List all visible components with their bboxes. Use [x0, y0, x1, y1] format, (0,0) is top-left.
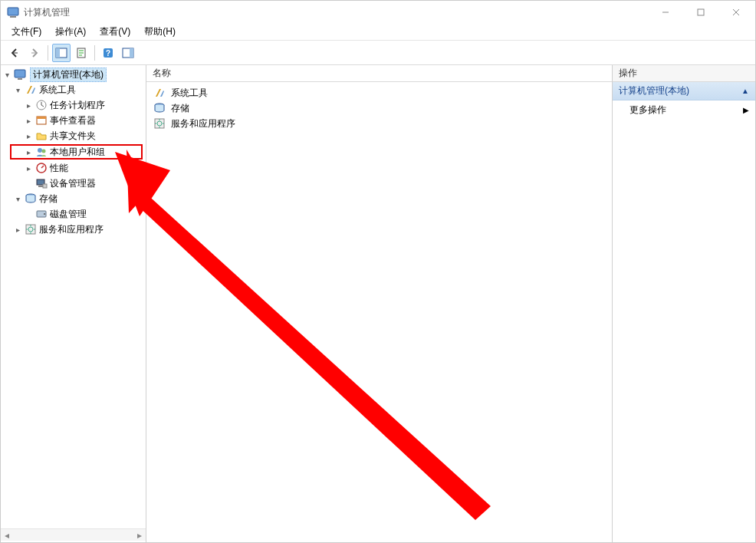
tree-horizontal-scrollbar[interactable]: ◂ ▸ — [1, 528, 146, 541]
show-hide-tree-button[interactable] — [52, 44, 71, 62]
clock-icon — [35, 99, 48, 111]
tree-root-computer-management[interactable]: ▾ 计算机管理(本地) — [1, 67, 146, 82]
computer-management-icon — [14, 68, 26, 81]
tree-node-label: 任务计划程序 — [50, 99, 105, 112]
scroll-right-arrow-icon[interactable]: ▸ — [133, 529, 146, 541]
chevron-right-icon: ▶ — [743, 106, 749, 114]
scroll-track[interactable] — [13, 529, 133, 541]
svg-point-21 — [42, 150, 46, 153]
list-pane: 名称 系统工具 存储 服务和应用程序 — [146, 65, 613, 542]
chevron-down-icon[interactable]: ▾ — [2, 71, 12, 79]
shared-folders-icon — [35, 130, 48, 142]
menu-file[interactable]: 文件(F) — [5, 24, 48, 40]
app-icon — [7, 6, 19, 18]
tree-node-label: 共享文件夹 — [50, 130, 96, 143]
menu-help[interactable]: 帮助(H) — [138, 24, 182, 40]
svg-rect-25 — [43, 184, 47, 188]
expander-blank: ▸ — [24, 179, 33, 188]
svg-point-20 — [38, 148, 42, 153]
storage-icon — [153, 102, 166, 114]
svg-rect-7 — [31, 52, 37, 53]
storage-icon — [25, 193, 37, 205]
svg-rect-1 — [10, 16, 16, 18]
chevron-up-icon: ▲ — [741, 87, 749, 95]
list-item-label: 系统工具 — [171, 87, 208, 100]
close-button[interactable] — [718, 1, 754, 24]
tree-node-disk-management[interactable]: ▸ 磁盘管理 — [1, 206, 146, 222]
svg-rect-3 — [698, 9, 704, 15]
tree-node-device-manager[interactable]: ▸ 设备管理器 — [1, 176, 146, 191]
maximize-button[interactable] — [683, 1, 718, 24]
nav-forward-button[interactable] — [25, 44, 44, 62]
tree-node-storage[interactable]: ▾ 存储 — [1, 191, 146, 206]
svg-rect-16 — [18, 78, 22, 80]
device-manager-icon — [35, 177, 48, 189]
event-viewer-icon — [35, 114, 48, 127]
list-item-storage[interactable]: 存储 — [146, 100, 612, 116]
svg-rect-9 — [56, 48, 60, 58]
svg-rect-14 — [130, 48, 133, 58]
menu-view[interactable]: 查看(V) — [94, 24, 136, 40]
tree-node-label: 本地用户和组 — [50, 146, 105, 159]
actions-section-label: 计算机管理(本地) — [619, 84, 689, 97]
actions-item-label: 更多操作 — [629, 104, 666, 117]
chevron-down-icon[interactable]: ▾ — [13, 86, 22, 94]
svg-rect-19 — [37, 117, 46, 119]
services-icon — [153, 117, 166, 130]
nav-back-button[interactable] — [5, 44, 24, 62]
tree-node-event-viewer[interactable]: ▸ 事件查看器 — [1, 113, 146, 128]
tree-node-label: 事件查看器 — [50, 114, 96, 127]
column-header-name: 名称 — [153, 67, 171, 80]
tree-node-label: 设备管理器 — [50, 177, 96, 190]
minimize-button[interactable] — [648, 1, 683, 24]
window-title: 计算机管理 — [24, 6, 70, 19]
list-item-label: 服务和应用程序 — [171, 117, 235, 130]
properties-button[interactable] — [72, 44, 90, 62]
actions-pane: 操作 计算机管理(本地) ▲ 更多操作 ▶ — [613, 65, 755, 542]
tree-node-label: 性能 — [50, 162, 68, 175]
list-item-services-and-apps[interactable]: 服务和应用程序 — [146, 116, 612, 131]
svg-rect-0 — [8, 8, 18, 15]
svg-point-28 — [44, 213, 45, 215]
tree-node-label: 服务和应用程序 — [39, 223, 104, 236]
svg-text:?: ? — [106, 49, 110, 58]
system-tools-icon — [25, 84, 37, 96]
tree-node-task-scheduler[interactable]: ▸ 任务计划程序 — [1, 97, 146, 113]
tree-node-local-users-and-groups[interactable]: ▸ 本地用户和组 — [10, 144, 143, 160]
chevron-right-icon[interactable]: ▸ — [24, 101, 33, 110]
list-body: 系统工具 存储 服务和应用程序 — [146, 82, 612, 542]
help-button[interactable]: ? — [99, 44, 117, 62]
actions-section-header[interactable]: 计算机管理(本地) ▲ — [613, 82, 755, 100]
actions-more-operations[interactable]: 更多操作 ▶ — [613, 100, 755, 119]
toolbar: ? — [1, 41, 755, 65]
scroll-left-arrow-icon[interactable]: ◂ — [1, 529, 13, 541]
list-item-system-tools[interactable]: 系统工具 — [146, 85, 612, 100]
tree-node-system-tools[interactable]: ▾ 系统工具 — [1, 82, 146, 97]
chevron-right-icon[interactable]: ▸ — [24, 148, 33, 156]
tree-node-shared-folders[interactable]: ▸ 共享文件夹 — [1, 128, 146, 143]
titlebar: 计算机管理 — [1, 1, 755, 24]
list-column-header[interactable]: 名称 — [146, 65, 612, 82]
toolbar-separator — [48, 45, 48, 61]
menu-action[interactable]: 操作(A) — [49, 24, 92, 40]
tree-node-label: 磁盘管理 — [50, 208, 87, 221]
chevron-right-icon[interactable]: ▸ — [24, 164, 33, 173]
tree-node-label: 存储 — [39, 193, 58, 206]
actions-header: 操作 — [613, 65, 755, 82]
users-icon — [35, 146, 48, 158]
svg-rect-15 — [15, 70, 25, 77]
chevron-right-icon[interactable]: ▸ — [24, 132, 33, 140]
window-controls — [648, 1, 754, 24]
show-hide-action-pane-button[interactable] — [119, 44, 137, 62]
svg-rect-6 — [12, 52, 18, 53]
menubar: 文件(F) 操作(A) 查看(V) 帮助(H) — [1, 24, 755, 41]
chevron-right-icon[interactable]: ▸ — [24, 117, 33, 125]
disk-management-icon — [35, 208, 48, 220]
tree-node-services-and-apps[interactable]: ▸ 服务和应用程序 — [1, 222, 146, 237]
chevron-down-icon[interactable]: ▾ — [13, 195, 22, 203]
chevron-right-icon[interactable]: ▸ — [13, 225, 22, 234]
tree-node-label: 系统工具 — [39, 84, 76, 97]
actions-header-label: 操作 — [619, 67, 637, 80]
tree-node-performance[interactable]: ▸ 性能 — [1, 160, 146, 176]
tree-pane: ▾ 计算机管理(本地) ▾ 系统工具 ▸ 任务计划程序 ▸ 事件查看器 ▸ — [1, 65, 146, 542]
